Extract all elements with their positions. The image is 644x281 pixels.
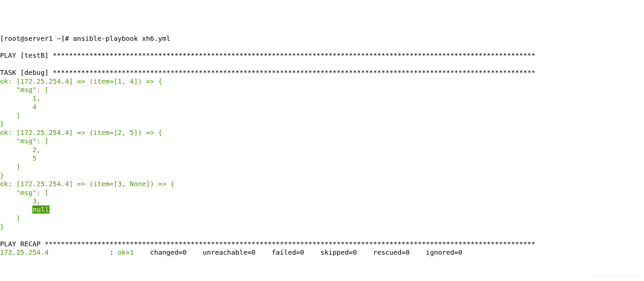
msg-value: 2, [0,146,40,154]
recap-host: 172.25.254.4 [0,248,49,256]
play-header: PLAY [testB] ***************************… [0,51,535,59]
msg-close-obj: } [0,120,4,128]
msg-close-obj: } [0,223,4,231]
play-recap-header: PLAY RECAP *****************************… [0,240,535,248]
msg-value: 5 [0,154,36,162]
msg-open: "msg": [ [0,189,49,197]
msg-close-array: ] [0,214,20,222]
msg-open: "msg": [ [0,137,49,145]
msg-close-obj: } [0,171,4,179]
null-highlight: null [32,205,49,214]
msg-value: 4 [0,103,36,111]
task-item-2: ok: [172.25.254.4] => (item=[2, 5]) => { [0,129,162,137]
msg-open: "msg": [ [0,86,49,94]
task-item-1: ok: [172.25.254.4] => (item=[1, 4]) => { [0,77,162,85]
command-text: ansible-playbook xh6.yml [73,34,170,43]
terminal-output: [root@server1 ~]# ansible-playbook xh6.y… [0,34,644,257]
msg-value: 1, [0,94,40,102]
task-header: TASK [debug] ***************************… [0,68,535,77]
watermark-text: https://blog.csdn.net/Aplox [592,274,639,279]
msg-close-array: ] [0,111,20,119]
recap-row: 172.25.254.4 : ok=1 changed=0 unreachabl… [0,248,462,256]
shell-prompt: [root@server1 ~]# [0,34,73,43]
msg-null-line: null [0,205,50,214]
msg-close-array: ] [0,163,20,171]
task-item-3: ok: [172.25.254.4] => (item=[3, None]) =… [0,180,174,188]
msg-value: 3, [0,197,40,205]
recap-rest: changed=0 unreachable=0 failed=0 skipped… [146,248,462,256]
recap-ok: ok=1 [118,248,146,256]
